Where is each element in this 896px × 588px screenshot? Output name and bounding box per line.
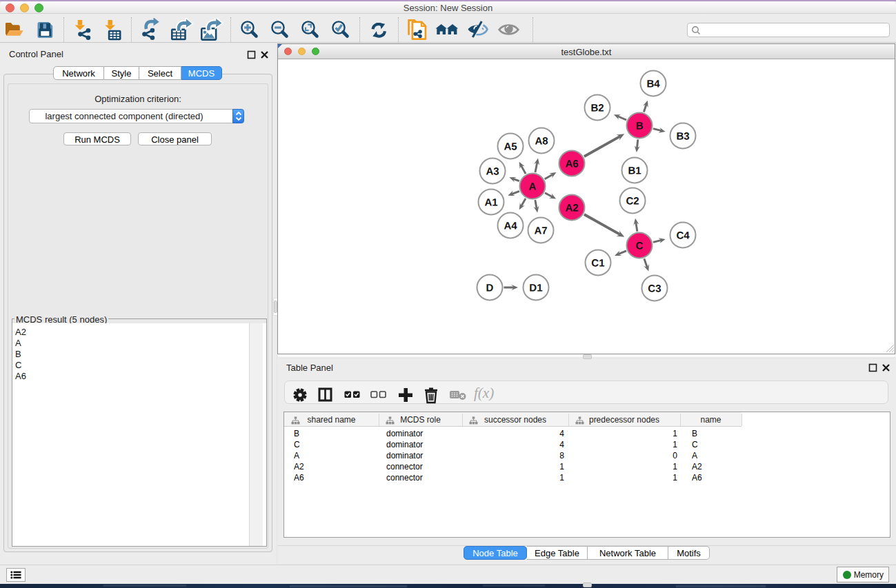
svg-text:B2: B2 (590, 102, 604, 114)
svg-text:A2: A2 (565, 201, 578, 213)
svg-text:A5: A5 (504, 140, 517, 152)
svg-text:C: C (636, 240, 644, 252)
svg-text:B4: B4 (646, 78, 660, 90)
svg-text:C2: C2 (626, 195, 639, 207)
svg-text:B: B (636, 120, 644, 132)
svg-text:A1: A1 (484, 196, 497, 207)
svg-text:B3: B3 (676, 130, 689, 142)
svg-text:A3: A3 (486, 165, 499, 176)
svg-text:A7: A7 (534, 224, 547, 236)
svg-text:A: A (529, 180, 537, 192)
svg-text:A6: A6 (565, 157, 578, 169)
svg-text:C1: C1 (591, 257, 604, 269)
svg-text:A4: A4 (504, 219, 517, 231)
svg-text:A8: A8 (535, 134, 548, 146)
svg-text:B1: B1 (628, 165, 641, 176)
svg-text:C3: C3 (648, 283, 661, 294)
svg-text:D: D (486, 281, 494, 293)
svg-text:D1: D1 (529, 281, 542, 293)
svg-text:C4: C4 (676, 230, 690, 241)
